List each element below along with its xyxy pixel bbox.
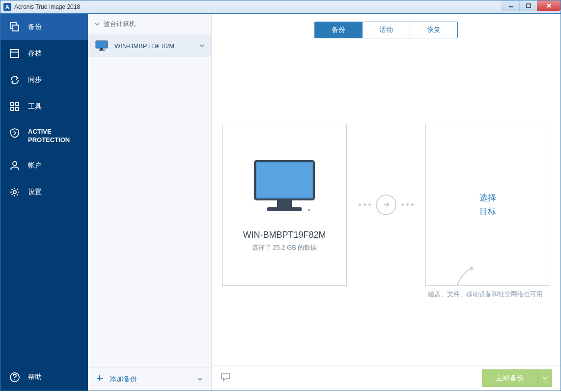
svg-point-13	[14, 379, 15, 380]
tab-group: 备份 活动 恢复	[314, 22, 458, 38]
shield-icon	[9, 128, 20, 139]
nav-account[interactable]: 帐户	[0, 152, 88, 179]
nav-active-protection[interactable]: ACTIVE PROTECTION	[0, 120, 88, 152]
nav-label: 同步	[28, 76, 42, 84]
svg-rect-0	[509, 6, 513, 7]
source-title: WIN-BMBPT19F82M	[243, 230, 326, 240]
tab-recovery[interactable]: 恢复	[410, 22, 457, 38]
svg-rect-1	[527, 4, 531, 7]
source-card[interactable]: WIN-BMBPT19F82M 选择了 25.2 GB 的数据	[222, 124, 347, 286]
source-subtitle: 选择了 25.2 GB 的数据	[252, 243, 317, 252]
svg-rect-3	[13, 25, 19, 31]
account-icon	[9, 160, 20, 171]
backup-icon	[9, 22, 20, 32]
svg-rect-9	[16, 108, 19, 111]
backup-list-panel: 这台计算机 WIN-BMBPT19F82M 添加备份	[88, 14, 212, 391]
svg-rect-18	[257, 163, 312, 197]
backup-item-label: WIN-BMBPT19F82M	[114, 42, 174, 50]
comment-button[interactable]	[221, 373, 230, 384]
close-button[interactable]	[537, 0, 561, 11]
nav-label: 帐户	[28, 161, 42, 170]
svg-rect-4	[11, 50, 19, 57]
chevron-down-icon[interactable]	[199, 42, 204, 50]
hint-arrow-icon	[452, 265, 477, 290]
hint-text: 磁盘、文件、移动设备和社交网络也可用	[428, 290, 543, 299]
tab-activity[interactable]: 活动	[363, 22, 410, 38]
nav-backup[interactable]: 备份	[0, 14, 88, 40]
backup-now-button-group: 立即备份	[482, 369, 552, 387]
sync-icon	[9, 75, 20, 85]
tab-backup[interactable]: 备份	[315, 22, 363, 38]
nav-label: 帮助	[28, 373, 42, 382]
svg-rect-16	[99, 50, 105, 51]
monitor-icon	[95, 40, 109, 51]
svg-rect-7	[16, 103, 19, 106]
nav-label: 存档	[28, 49, 42, 58]
gear-icon	[9, 187, 20, 197]
svg-rect-8	[11, 108, 14, 111]
svg-point-11	[13, 191, 16, 194]
backup-now-button[interactable]: 立即备份	[482, 369, 538, 387]
chevron-down-icon	[95, 21, 100, 28]
minimize-button[interactable]	[502, 0, 519, 11]
nav-label: 工具	[28, 102, 42, 111]
svg-rect-20	[267, 207, 302, 211]
maximize-button[interactable]	[519, 0, 537, 11]
svg-rect-19	[277, 199, 292, 207]
nav-label: ACTIVE PROTECTION	[28, 128, 79, 144]
nav-settings[interactable]: 设置	[0, 179, 88, 205]
add-backup-button[interactable]: 添加备份	[88, 367, 211, 391]
flow-arrow	[359, 195, 414, 215]
titlebar: A Acronis True Image 2018	[0, 0, 561, 14]
svg-point-10	[13, 162, 17, 166]
nav-sync[interactable]: 同步	[0, 67, 88, 93]
footer-bar: 立即备份	[212, 365, 561, 391]
svg-rect-15	[100, 48, 103, 50]
plus-icon	[96, 374, 104, 384]
destination-label: 选择 目标	[479, 191, 496, 218]
destination-card[interactable]: 选择 目标	[425, 124, 550, 286]
svg-rect-14	[96, 41, 108, 48]
help-icon	[9, 372, 20, 383]
chevron-down-icon[interactable]	[197, 375, 202, 383]
arrow-right-icon	[376, 195, 396, 215]
nav-label: 设置	[28, 188, 42, 196]
archive-icon	[9, 48, 20, 59]
backup-list-item[interactable]: WIN-BMBPT19F82M	[88, 34, 211, 57]
nav-help[interactable]: 帮助	[0, 364, 88, 391]
svg-rect-6	[11, 103, 14, 106]
monitor-large-icon	[250, 157, 319, 218]
list-header[interactable]: 这台计算机	[88, 14, 211, 34]
backup-now-dropdown[interactable]	[538, 369, 552, 387]
nav-sidebar: 备份 存档 同步 工具 ACTIVE PROTECTION 帐户 设置	[0, 14, 88, 391]
nav-archive[interactable]: 存档	[0, 40, 88, 67]
window-title: Acronis True Image 2018	[14, 3, 80, 10]
app-icon: A	[3, 3, 11, 11]
main-panel: 备份 活动 恢复 WIN-BMBPT19F82M 选择了 25.2	[212, 14, 561, 391]
tools-icon	[9, 101, 20, 112]
add-backup-label: 添加备份	[110, 375, 137, 384]
list-header-label: 这台计算机	[104, 20, 136, 28]
nav-label: 备份	[28, 23, 42, 31]
svg-rect-5	[11, 50, 19, 52]
svg-point-21	[308, 209, 310, 211]
nav-tools[interactable]: 工具	[0, 93, 88, 120]
